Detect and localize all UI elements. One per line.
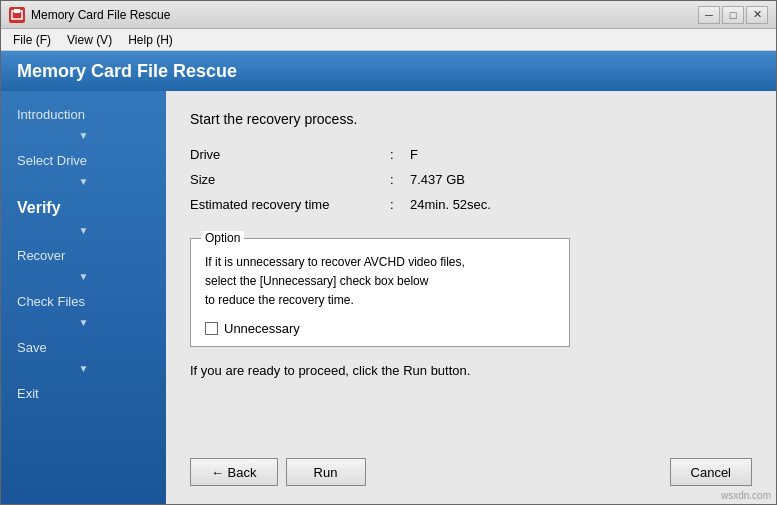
button-row: ← Back Run Cancel	[190, 458, 752, 486]
arrow-after-verify: ▼	[1, 225, 166, 240]
option-box-text: If it is unnecessary to recover AVCHD vi…	[205, 253, 555, 311]
window-title: Memory Card File Rescue	[31, 8, 698, 22]
sidebar: Introduction ▼ Select Drive ▼ Verify ▼ R…	[1, 91, 166, 505]
svg-rect-1	[14, 9, 20, 13]
app-header: Memory Card File Rescue	[1, 51, 776, 91]
minimize-button[interactable]: ─	[698, 6, 720, 24]
arrow-after-check-files: ▼	[1, 317, 166, 332]
menu-bar: File (F) View (V) Help (H)	[1, 29, 776, 51]
app-icon	[9, 7, 25, 23]
maximize-button[interactable]: □	[722, 6, 744, 24]
menu-help[interactable]: Help (H)	[120, 31, 181, 49]
drive-label: Drive	[190, 147, 390, 162]
estimated-time-colon: :	[390, 197, 410, 212]
arrow-after-save: ▼	[1, 363, 166, 378]
size-value: 7.437 GB	[410, 172, 465, 187]
drive-row: Drive : F	[190, 147, 752, 162]
estimated-time-value: 24min. 52sec.	[410, 197, 491, 212]
size-colon: :	[390, 172, 410, 187]
arrow-after-select-drive: ▼	[1, 176, 166, 191]
window-controls: ─ □ ✕	[698, 6, 768, 24]
sidebar-item-introduction[interactable]: Introduction	[1, 99, 166, 130]
drive-value: F	[410, 147, 418, 162]
estimated-time-label: Estimated recovery time	[190, 197, 390, 212]
size-label: Size	[190, 172, 390, 187]
estimated-time-row: Estimated recovery time : 24min. 52sec.	[190, 197, 752, 212]
arrow-after-recover: ▼	[1, 271, 166, 286]
unnecessary-checkbox[interactable]	[205, 322, 218, 335]
watermark: wsxdn.com	[721, 490, 771, 501]
sidebar-item-verify[interactable]: Verify	[1, 191, 166, 225]
sidebar-item-check-files[interactable]: Check Files	[1, 286, 166, 317]
back-button[interactable]: ← Back	[190, 458, 278, 486]
size-row: Size : 7.437 GB	[190, 172, 752, 187]
ready-text: If you are ready to proceed, click the R…	[190, 363, 752, 378]
content-title: Start the recovery process.	[190, 111, 752, 127]
sidebar-item-recover[interactable]: Recover	[1, 240, 166, 271]
option-legend: Option	[201, 231, 244, 245]
cancel-button[interactable]: Cancel	[670, 458, 752, 486]
option-box: Option If it is unnecessary to recover A…	[190, 238, 570, 347]
arrow-after-introduction: ▼	[1, 130, 166, 145]
sidebar-item-select-drive[interactable]: Select Drive	[1, 145, 166, 176]
menu-file[interactable]: File (F)	[5, 31, 59, 49]
drive-colon: :	[390, 147, 410, 162]
app-header-title: Memory Card File Rescue	[17, 61, 237, 82]
unnecessary-label: Unnecessary	[224, 321, 300, 336]
main-layout: Introduction ▼ Select Drive ▼ Verify ▼ R…	[1, 91, 776, 505]
info-table: Drive : F Size : 7.437 GB Estimated reco…	[190, 147, 752, 222]
sidebar-item-exit[interactable]: Exit	[1, 378, 166, 409]
title-bar: Memory Card File Rescue ─ □ ✕	[1, 1, 776, 29]
close-button[interactable]: ✕	[746, 6, 768, 24]
unnecessary-checkbox-row: Unnecessary	[205, 321, 555, 336]
sidebar-item-save[interactable]: Save	[1, 332, 166, 363]
menu-view[interactable]: View (V)	[59, 31, 120, 49]
content-area: Start the recovery process. Drive : F Si…	[166, 91, 776, 505]
run-button[interactable]: Run	[286, 458, 366, 486]
